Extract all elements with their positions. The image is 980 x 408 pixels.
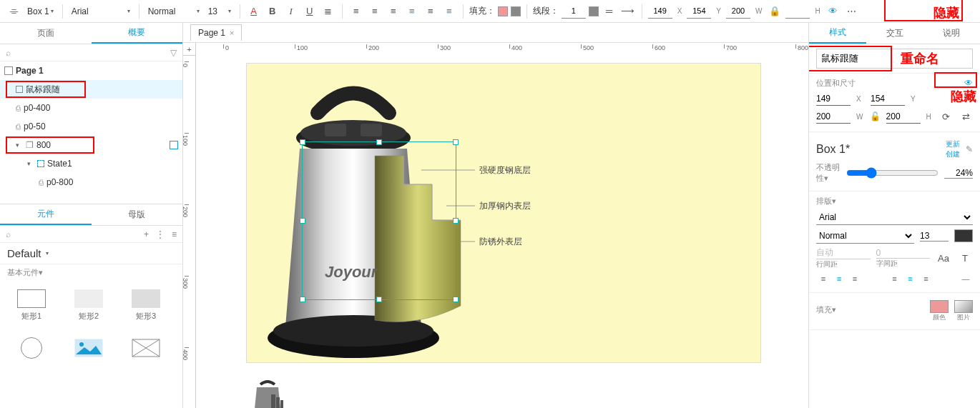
stroke-width-input[interactable] <box>562 4 586 19</box>
visibility-toggle-icon[interactable]: 👁 <box>825 4 841 19</box>
text-extra-icon[interactable]: — <box>959 272 973 285</box>
resize-handle-nw[interactable] <box>300 139 305 145</box>
lock-aspect-icon[interactable]: 🔓 <box>870 111 881 121</box>
thumbnail-image[interactable] <box>246 377 289 408</box>
resize-handle-ne[interactable] <box>453 139 459 145</box>
close-tab-icon[interactable]: × <box>230 29 234 37</box>
outline-item-p0-50[interactable]: ⎙ p0-50 <box>0 117 182 136</box>
tab-masters[interactable]: 母版 <box>92 204 183 225</box>
outline-page-row[interactable]: Page 1 <box>0 61 182 80</box>
shape-ellipse[interactable] <box>3 327 60 369</box>
font-color-button[interactable]: A <box>246 4 262 19</box>
more-button[interactable]: ⋯ <box>844 4 860 19</box>
lib-menu-icon[interactable]: ⋮ <box>156 229 165 239</box>
page-tab-1[interactable]: Page 1 × <box>190 24 242 41</box>
fill-image-box[interactable] <box>954 300 973 313</box>
size-input[interactable] <box>920 231 949 242</box>
h-input[interactable] <box>785 4 810 19</box>
text-align-center[interactable]: ≡ <box>832 272 846 285</box>
shape-rect2[interactable]: 矩形2 <box>60 284 117 327</box>
resize-handle-e[interactable] <box>453 218 459 224</box>
valign-bottom-button[interactable]: ≡ <box>441 4 457 19</box>
lib-default-label[interactable]: Default <box>7 247 41 259</box>
pos-x-input[interactable] <box>816 91 851 106</box>
search-icon[interactable]: ⌕ <box>6 48 11 58</box>
canvas[interactable]: Joyour 强硬度钢底层 加厚钢内表层 防锈外表层 <box>196 56 808 408</box>
text-align-right[interactable]: ≡ <box>848 272 862 285</box>
tab-interact[interactable]: 交互 <box>866 23 923 44</box>
stroke-style-button[interactable]: ═ <box>602 4 617 19</box>
style-manage-icon[interactable]: ✎ <box>966 144 973 154</box>
align-center-button[interactable]: ≡ <box>367 4 383 19</box>
fill-color-swatch-2[interactable] <box>511 6 521 16</box>
rotate-button[interactable]: ⟳ <box>939 109 953 124</box>
style-painter-icon[interactable]: ⌯ <box>6 4 21 19</box>
expand-icon[interactable]: ▾ <box>27 160 34 167</box>
x-input[interactable] <box>648 4 672 19</box>
tab-page[interactable]: 页面 <box>0 23 92 44</box>
lib-options-icon[interactable]: ≡ <box>172 229 177 239</box>
tab-widgets[interactable]: 元件 <box>0 204 92 225</box>
tab-outline[interactable]: 概要 <box>92 23 183 44</box>
resize-handle-w[interactable] <box>300 218 305 224</box>
pos-w-input[interactable] <box>816 109 851 124</box>
italic-button[interactable]: I <box>283 4 299 19</box>
line-height-input[interactable]: 自动 <box>816 247 871 259</box>
opacity-label[interactable]: 不透明性▾ <box>816 162 841 184</box>
outline-item-state1[interactable]: ▾ State1 <box>0 154 182 173</box>
valign-top-button[interactable]: ≡ <box>404 4 420 19</box>
align-right-button[interactable]: ≡ <box>386 4 401 19</box>
pos-h-input[interactable] <box>886 109 921 124</box>
shape-placeholder[interactable] <box>117 327 175 369</box>
text-valign-middle[interactable]: ≡ <box>903 272 918 285</box>
tab-notes[interactable]: 说明 <box>923 23 980 44</box>
resize-handle-sw[interactable] <box>300 297 305 302</box>
style-name-input[interactable] <box>816 49 973 69</box>
add-lib-icon[interactable]: + <box>144 229 149 239</box>
resize-handle-se[interactable] <box>453 297 459 302</box>
visibility-eye-icon[interactable]: 👁 <box>964 78 973 88</box>
outline-item-p0-400[interactable]: ⎙ p0-400 <box>0 99 182 117</box>
shape-rect3[interactable]: 矩形3 <box>117 284 175 327</box>
update-create-link[interactable]: 更新 创建 <box>946 139 960 159</box>
ruler-corner[interactable]: + <box>183 43 196 56</box>
bold-button[interactable]: B <box>265 4 280 19</box>
valign-middle-button[interactable]: ≡ <box>423 4 438 19</box>
opacity-input[interactable] <box>944 168 973 179</box>
pos-y-input[interactable] <box>871 91 905 106</box>
outline-search-input[interactable] <box>16 47 165 58</box>
shape-image[interactable] <box>60 327 117 369</box>
weight-dropdown[interactable]: Normal▾ <box>145 5 202 18</box>
w-input[interactable] <box>726 4 750 19</box>
y-input[interactable] <box>687 4 711 19</box>
fill-section-label[interactable]: 填充▾ <box>816 304 836 315</box>
opacity-slider[interactable] <box>846 167 939 179</box>
lock-aspect-icon[interactable]: 🔒 <box>767 4 783 19</box>
bullets-button[interactable]: ≣ <box>320 4 336 19</box>
font-color-box[interactable] <box>954 229 973 242</box>
text-align-left[interactable]: ≡ <box>816 272 830 285</box>
fill-color-swatch[interactable] <box>498 6 508 16</box>
expand-icon[interactable]: ▾ <box>16 141 23 149</box>
outline-item-p0-800[interactable]: ⎙ p0-800 <box>0 173 182 191</box>
search-icon[interactable]: ⌕ <box>6 229 11 239</box>
tab-style[interactable]: 样式 <box>809 23 866 44</box>
typography-label[interactable]: 排版▾ <box>816 196 973 207</box>
text-valign-bottom[interactable]: ≡ <box>919 272 934 285</box>
weight-select[interactable]: Normal <box>816 228 914 244</box>
font-select[interactable]: Arial <box>816 209 973 225</box>
filter-icon[interactable]: ▽ <box>170 48 177 58</box>
fill-color-box[interactable] <box>930 300 949 313</box>
stroke-color-swatch[interactable] <box>589 6 599 16</box>
fontsize-dropdown[interactable]: 13▾ <box>205 5 234 18</box>
resize-handle-s[interactable] <box>376 297 382 302</box>
resize-handle-n[interactable] <box>376 139 382 145</box>
text-valign-top[interactable]: ≡ <box>888 272 902 285</box>
text-options-icon[interactable]: Aa <box>936 250 951 266</box>
lib-search-input[interactable] <box>16 229 138 239</box>
font-dropdown[interactable]: Arial▾ <box>69 5 133 18</box>
align-left-button[interactable]: ≡ <box>348 4 364 19</box>
outline-item-800[interactable]: ▾ ❐ 800 <box>0 136 182 154</box>
flip-button[interactable]: ⇄ <box>959 109 973 124</box>
shape-rect1[interactable]: 矩形1 <box>3 284 60 327</box>
